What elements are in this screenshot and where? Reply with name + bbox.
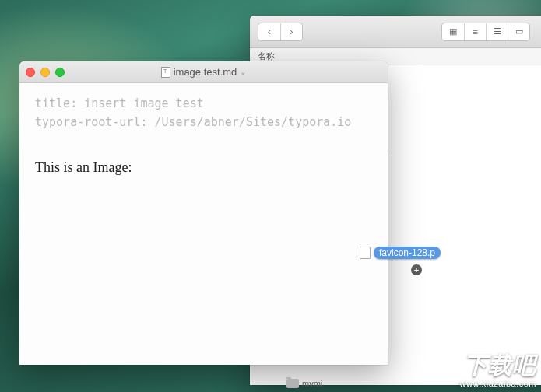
folder-icon (286, 379, 299, 388)
traffic-lights (26, 68, 65, 77)
nav-back-button[interactable]: ‹ (258, 23, 280, 40)
dock-item[interactable]: mvmi (286, 379, 322, 388)
dropdown-caret-icon: ⌄ (240, 68, 246, 76)
column-name-header: 名称 (258, 51, 275, 62)
editor-window: image test.md ⌄ title: insert image test… (19, 61, 388, 365)
watermark: 下载吧 www.xiazaiba.com (460, 352, 536, 389)
view-icon-button[interactable]: ▦ (442, 23, 464, 40)
frontmatter-line[interactable]: typora-root-url: /Users/abner/Sites/typo… (35, 113, 372, 131)
view-cover-button[interactable]: ▭ (508, 23, 529, 40)
watermark-url: www.xiazaiba.com (460, 379, 536, 389)
minimize-button[interactable] (40, 68, 50, 77)
editor-titlebar[interactable]: image test.md ⌄ (19, 61, 388, 83)
editor-body[interactable]: title: insert image test typora-root-url… (19, 83, 388, 187)
nav-buttons: ‹ › (258, 23, 303, 41)
dock-item-label: mvmi (302, 379, 322, 388)
zoom-button[interactable] (55, 68, 65, 77)
view-column-button[interactable]: ☰ (486, 23, 508, 40)
nav-forward-button[interactable]: › (280, 23, 302, 40)
frontmatter-line[interactable]: title: insert image test (35, 94, 372, 113)
window-title: image test.md ⌄ (19, 66, 388, 78)
document-icon (161, 67, 170, 78)
close-button[interactable] (26, 68, 35, 77)
window-title-text: image test.md (174, 66, 237, 78)
view-buttons: ▦ ≡ ☰ ▭ (441, 23, 530, 41)
watermark-title: 下载吧 (460, 352, 536, 380)
view-list-button[interactable]: ≡ (464, 23, 486, 40)
finder-toolbar: ‹ › ▦ ≡ ☰ ▭ im (250, 16, 541, 48)
frontmatter-block[interactable]: title: insert image test typora-root-url… (35, 94, 372, 131)
body-paragraph[interactable]: This is an Image: (35, 159, 372, 176)
